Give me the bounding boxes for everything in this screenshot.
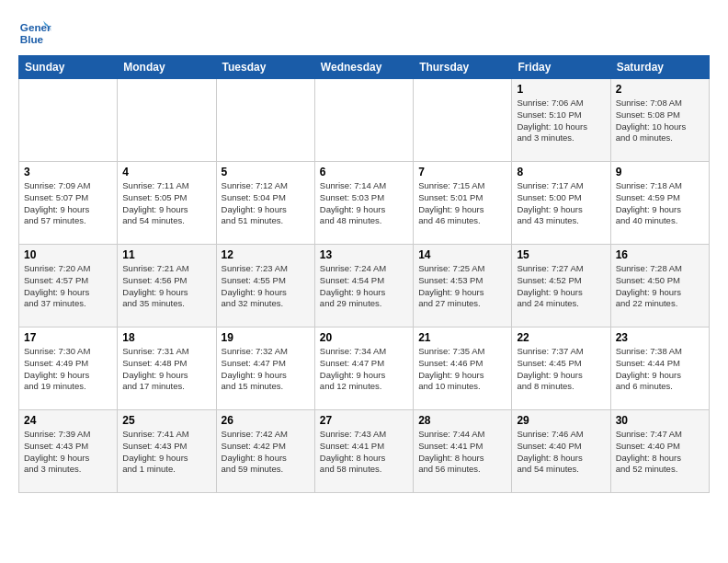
cell-info: Sunrise: 7:24 AM Sunset: 4:54 PM Dayligh… <box>320 263 408 310</box>
calendar-cell: 3Sunrise: 7:09 AM Sunset: 5:07 PM Daylig… <box>19 162 118 245</box>
day-number: 3 <box>24 166 112 178</box>
day-number: 30 <box>616 414 704 427</box>
day-number: 13 <box>320 248 408 261</box>
day-number: 26 <box>222 414 310 427</box>
cell-info: Sunrise: 7:32 AM Sunset: 4:47 PM Dayligh… <box>222 346 310 393</box>
calendar-cell: 29Sunrise: 7:46 AM Sunset: 4:40 PM Dayli… <box>512 410 610 493</box>
calendar-cell: 17Sunrise: 7:30 AM Sunset: 4:49 PM Dayli… <box>19 327 118 410</box>
day-number: 10 <box>24 248 112 261</box>
cell-info: Sunrise: 7:37 AM Sunset: 4:45 PM Dayligh… <box>517 346 605 393</box>
col-header-friday: Friday <box>512 56 610 79</box>
cell-info: Sunrise: 7:20 AM Sunset: 4:57 PM Dayligh… <box>24 263 112 310</box>
calendar-cell: 14Sunrise: 7:25 AM Sunset: 4:53 PM Dayli… <box>414 245 512 327</box>
calendar-cell: 22Sunrise: 7:37 AM Sunset: 4:45 PM Dayli… <box>512 327 610 410</box>
calendar-cell: 27Sunrise: 7:43 AM Sunset: 4:41 PM Dayli… <box>314 410 413 493</box>
svg-text:Blue: Blue <box>20 33 44 45</box>
calendar-cell: 10Sunrise: 7:20 AM Sunset: 4:57 PM Dayli… <box>19 245 118 327</box>
day-number: 11 <box>122 248 210 261</box>
week-row-3: 10Sunrise: 7:20 AM Sunset: 4:57 PM Dayli… <box>19 245 710 327</box>
calendar-cell: 30Sunrise: 7:47 AM Sunset: 4:40 PM Dayli… <box>610 410 709 493</box>
calendar-cell: 26Sunrise: 7:42 AM Sunset: 4:42 PM Dayli… <box>216 410 314 493</box>
calendar-cell: 24Sunrise: 7:39 AM Sunset: 4:43 PM Dayli… <box>19 410 118 493</box>
calendar-cell: 11Sunrise: 7:21 AM Sunset: 4:56 PM Dayli… <box>118 245 216 327</box>
week-row-2: 3Sunrise: 7:09 AM Sunset: 5:07 PM Daylig… <box>19 162 710 245</box>
cell-info: Sunrise: 7:18 AM Sunset: 4:59 PM Dayligh… <box>616 180 704 227</box>
cell-info: Sunrise: 7:47 AM Sunset: 4:40 PM Dayligh… <box>616 429 704 476</box>
day-number: 25 <box>122 414 210 427</box>
calendar-cell: 12Sunrise: 7:23 AM Sunset: 4:55 PM Dayli… <box>216 245 314 327</box>
cell-info: Sunrise: 7:09 AM Sunset: 5:07 PM Dayligh… <box>24 180 112 227</box>
logo-icon: General Blue <box>18 17 51 50</box>
col-header-tuesday: Tuesday <box>216 56 314 79</box>
week-row-5: 24Sunrise: 7:39 AM Sunset: 4:43 PM Dayli… <box>19 410 710 493</box>
day-number: 29 <box>517 414 605 427</box>
header: General Blue <box>18 17 710 50</box>
cell-info: Sunrise: 7:23 AM Sunset: 4:55 PM Dayligh… <box>222 263 310 310</box>
calendar-cell: 7Sunrise: 7:15 AM Sunset: 5:01 PM Daylig… <box>414 162 512 245</box>
day-number: 12 <box>222 248 310 261</box>
day-number: 14 <box>418 248 506 261</box>
cell-info: Sunrise: 7:17 AM Sunset: 5:00 PM Dayligh… <box>517 180 605 227</box>
calendar-cell: 2Sunrise: 7:08 AM Sunset: 5:08 PM Daylig… <box>610 79 709 162</box>
col-header-sunday: Sunday <box>19 56 118 79</box>
header-row: SundayMondayTuesdayWednesdayThursdayFrid… <box>19 56 710 79</box>
day-number: 8 <box>517 166 605 178</box>
day-number: 15 <box>517 248 605 261</box>
calendar-cell: 28Sunrise: 7:44 AM Sunset: 4:41 PM Dayli… <box>414 410 512 493</box>
day-number: 28 <box>418 414 506 427</box>
calendar-cell: 9Sunrise: 7:18 AM Sunset: 4:59 PM Daylig… <box>610 162 709 245</box>
week-row-1: 1Sunrise: 7:06 AM Sunset: 5:10 PM Daylig… <box>19 79 710 162</box>
cell-info: Sunrise: 7:27 AM Sunset: 4:52 PM Dayligh… <box>517 263 605 310</box>
cell-info: Sunrise: 7:21 AM Sunset: 4:56 PM Dayligh… <box>122 263 210 310</box>
calendar-cell: 4Sunrise: 7:11 AM Sunset: 5:05 PM Daylig… <box>118 162 216 245</box>
calendar-cell <box>216 79 314 162</box>
day-number: 19 <box>222 331 310 344</box>
cell-info: Sunrise: 7:41 AM Sunset: 4:43 PM Dayligh… <box>122 429 210 476</box>
calendar-cell: 13Sunrise: 7:24 AM Sunset: 4:54 PM Dayli… <box>314 245 413 327</box>
cell-info: Sunrise: 7:34 AM Sunset: 4:47 PM Dayligh… <box>320 346 408 393</box>
cell-info: Sunrise: 7:39 AM Sunset: 4:43 PM Dayligh… <box>24 429 112 476</box>
calendar-cell: 16Sunrise: 7:28 AM Sunset: 4:50 PM Dayli… <box>610 245 709 327</box>
day-number: 7 <box>418 166 506 178</box>
day-number: 1 <box>517 83 605 96</box>
cell-info: Sunrise: 7:30 AM Sunset: 4:49 PM Dayligh… <box>24 346 112 393</box>
calendar-cell: 1Sunrise: 7:06 AM Sunset: 5:10 PM Daylig… <box>512 79 610 162</box>
cell-info: Sunrise: 7:35 AM Sunset: 4:46 PM Dayligh… <box>418 346 506 393</box>
calendar-cell: 23Sunrise: 7:38 AM Sunset: 4:44 PM Dayli… <box>610 327 709 410</box>
day-number: 24 <box>24 414 112 427</box>
cell-info: Sunrise: 7:06 AM Sunset: 5:10 PM Dayligh… <box>517 98 605 144</box>
calendar-cell: 6Sunrise: 7:14 AM Sunset: 5:03 PM Daylig… <box>314 162 413 245</box>
calendar-cell: 5Sunrise: 7:12 AM Sunset: 5:04 PM Daylig… <box>216 162 314 245</box>
cell-info: Sunrise: 7:31 AM Sunset: 4:48 PM Dayligh… <box>122 346 210 393</box>
day-number: 20 <box>320 331 408 344</box>
day-number: 21 <box>418 331 506 344</box>
col-header-saturday: Saturday <box>610 56 709 79</box>
calendar-cell: 15Sunrise: 7:27 AM Sunset: 4:52 PM Dayli… <box>512 245 610 327</box>
day-number: 27 <box>320 414 408 427</box>
col-header-wednesday: Wednesday <box>314 56 413 79</box>
day-number: 23 <box>616 331 704 344</box>
cell-info: Sunrise: 7:15 AM Sunset: 5:01 PM Dayligh… <box>418 180 506 227</box>
day-number: 18 <box>122 331 210 344</box>
calendar-cell: 20Sunrise: 7:34 AM Sunset: 4:47 PM Dayli… <box>314 327 413 410</box>
logo: General Blue <box>18 17 57 50</box>
calendar-cell: 8Sunrise: 7:17 AM Sunset: 5:00 PM Daylig… <box>512 162 610 245</box>
cell-info: Sunrise: 7:08 AM Sunset: 5:08 PM Dayligh… <box>616 98 704 144</box>
day-number: 2 <box>616 83 704 96</box>
cell-info: Sunrise: 7:43 AM Sunset: 4:41 PM Dayligh… <box>320 429 408 476</box>
svg-text:General: General <box>20 21 51 33</box>
page: General Blue SundayMondayTuesdayWednesda… <box>0 0 728 502</box>
calendar-cell: 19Sunrise: 7:32 AM Sunset: 4:47 PM Dayli… <box>216 327 314 410</box>
calendar-table: SundayMondayTuesdayWednesdayThursdayFrid… <box>18 55 710 493</box>
col-header-monday: Monday <box>118 56 216 79</box>
calendar-cell: 25Sunrise: 7:41 AM Sunset: 4:43 PM Dayli… <box>118 410 216 493</box>
cell-info: Sunrise: 7:38 AM Sunset: 4:44 PM Dayligh… <box>616 346 704 393</box>
calendar-cell: 18Sunrise: 7:31 AM Sunset: 4:48 PM Dayli… <box>118 327 216 410</box>
day-number: 9 <box>616 166 704 178</box>
week-row-4: 17Sunrise: 7:30 AM Sunset: 4:49 PM Dayli… <box>19 327 710 410</box>
cell-info: Sunrise: 7:44 AM Sunset: 4:41 PM Dayligh… <box>418 429 506 476</box>
day-number: 4 <box>122 166 210 178</box>
cell-info: Sunrise: 7:28 AM Sunset: 4:50 PM Dayligh… <box>616 263 704 310</box>
cell-info: Sunrise: 7:11 AM Sunset: 5:05 PM Dayligh… <box>122 180 210 227</box>
day-number: 17 <box>24 331 112 344</box>
